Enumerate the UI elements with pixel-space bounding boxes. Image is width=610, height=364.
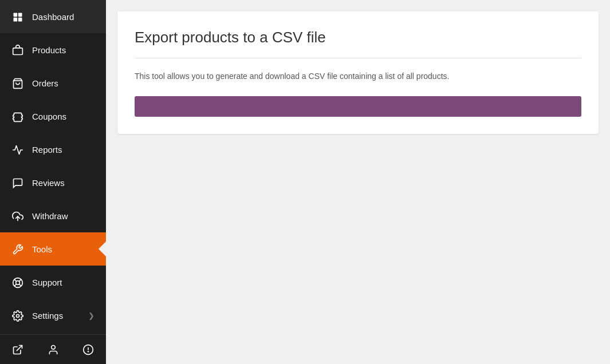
sidebar-item-orders[interactable]: Orders — [0, 66, 106, 100]
sidebar-item-label: Settings — [32, 311, 80, 321]
sidebar-item-label: Orders — [32, 78, 95, 88]
svg-point-13 — [17, 314, 19, 317]
svg-rect-0 — [14, 13, 18, 17]
logout-button[interactable] — [70, 335, 106, 364]
sidebar-item-label: Coupons — [32, 112, 95, 121]
sidebar-item-label: Tools — [32, 244, 95, 254]
sidebar-item-coupons[interactable]: Coupons — [0, 100, 106, 133]
orders-icon — [11, 77, 24, 89]
card-divider — [135, 58, 581, 58]
sidebar-item-reports[interactable]: Reports — [0, 133, 106, 166]
sidebar-item-support[interactable]: Support — [0, 266, 106, 299]
sidebar-bottom-bar — [0, 334, 106, 364]
export-csv-button[interactable] — [135, 96, 581, 117]
svg-line-11 — [19, 279, 21, 282]
sidebar-item-label: Support — [32, 278, 95, 287]
sidebar-nav: Dashboard Products Orders Coupons — [0, 0, 106, 334]
sidebar-item-label: Dashboard — [32, 12, 95, 22]
external-link-button[interactable] — [0, 335, 36, 364]
sidebar-item-label: Reviews — [32, 178, 95, 188]
svg-rect-4 — [13, 48, 23, 54]
reviews-icon — [11, 176, 24, 188]
svg-line-12 — [14, 284, 17, 286]
svg-rect-2 — [14, 17, 18, 21]
svg-line-9 — [14, 279, 17, 282]
products-icon — [11, 43, 24, 56]
reports-icon — [11, 143, 24, 155]
sidebar: Dashboard Products Orders Coupons — [0, 0, 106, 364]
svg-rect-1 — [18, 13, 22, 17]
main-content: Export products to a CSV file This tool … — [106, 0, 610, 364]
svg-point-15 — [51, 345, 55, 349]
dashboard-icon — [11, 10, 24, 22]
active-arrow — [99, 241, 106, 257]
tools-icon — [11, 243, 24, 255]
sidebar-item-dashboard[interactable]: Dashboard — [0, 0, 106, 33]
svg-rect-3 — [18, 17, 22, 21]
card-description: This tool allows you to generate and dow… — [135, 70, 581, 82]
svg-point-8 — [16, 280, 20, 284]
svg-line-10 — [19, 284, 21, 286]
export-card: Export products to a CSV file This tool … — [117, 11, 599, 134]
sidebar-item-settings[interactable]: Settings ❯ — [0, 299, 106, 332]
sidebar-item-label: Reports — [32, 145, 95, 155]
sidebar-item-products[interactable]: Products — [0, 33, 106, 66]
sidebar-item-label: Withdraw — [32, 211, 95, 221]
sidebar-item-reviews[interactable]: Reviews — [0, 166, 106, 199]
sidebar-item-tools[interactable]: Tools — [0, 232, 106, 266]
sidebar-item-withdraw[interactable]: Withdraw — [0, 199, 106, 232]
sidebar-item-label: Products — [32, 45, 95, 55]
settings-chevron-icon: ❯ — [88, 311, 95, 320]
withdraw-icon — [11, 209, 24, 221]
user-profile-button[interactable] — [36, 335, 71, 364]
page-title: Export products to a CSV file — [135, 29, 581, 46]
svg-line-14 — [17, 345, 22, 350]
settings-icon — [11, 309, 24, 321]
coupons-icon — [11, 110, 24, 122]
support-icon — [11, 276, 24, 288]
